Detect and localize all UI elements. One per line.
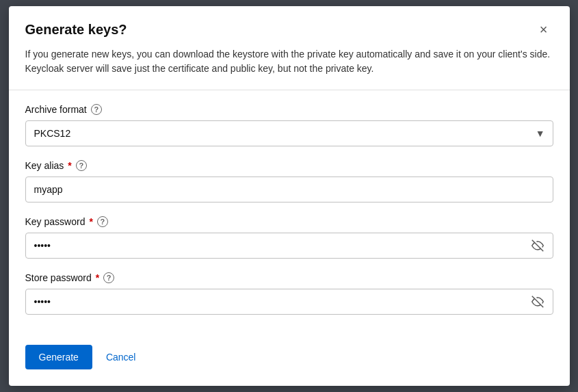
store-password-input-wrapper <box>25 289 553 315</box>
key-password-required: * <box>89 216 92 227</box>
modal-overlay: Generate keys? × If you generate new key… <box>0 0 578 392</box>
key-alias-required: * <box>68 160 71 171</box>
key-password-toggle-visibility[interactable] <box>529 237 547 254</box>
store-password-help-icon[interactable]: ? <box>103 272 114 283</box>
modal-body: Archive format ? PKCS12 JKS ▼ Key alias … <box>9 90 570 345</box>
archive-format-label: Archive format ? <box>25 104 553 115</box>
key-alias-field: Key alias * ? <box>25 160 553 202</box>
key-alias-label-text: Key alias <box>25 160 64 171</box>
archive-format-label-text: Archive format <box>25 104 87 115</box>
key-password-label: Key password * ? <box>25 216 553 227</box>
modal-title: Generate keys? <box>25 22 127 38</box>
archive-format-field: Archive format ? PKCS12 JKS ▼ <box>25 104 553 146</box>
key-alias-help-icon[interactable]: ? <box>76 160 87 171</box>
store-password-input[interactable] <box>25 289 553 315</box>
store-eye-slash-icon <box>531 296 544 308</box>
generate-button[interactable]: Generate <box>25 345 92 369</box>
archive-format-select-wrapper: PKCS12 JKS ▼ <box>25 120 553 146</box>
key-password-input-wrapper <box>25 233 553 259</box>
store-password-label-text: Store password <box>25 272 92 283</box>
archive-format-select[interactable]: PKCS12 JKS <box>25 120 553 146</box>
modal-description: If you generate new keys, you can downlo… <box>9 47 570 90</box>
archive-format-help-icon[interactable]: ? <box>91 104 102 115</box>
key-password-label-text: Key password <box>25 216 86 227</box>
store-password-field: Store password * ? <box>25 272 553 315</box>
close-button[interactable]: × <box>534 20 553 39</box>
modal-footer: Generate Cancel <box>9 345 570 386</box>
modal-header: Generate keys? × <box>9 6 570 47</box>
store-password-label: Store password * ? <box>25 272 553 283</box>
store-password-toggle-visibility[interactable] <box>529 293 547 311</box>
store-password-required: * <box>96 272 99 283</box>
key-password-input[interactable] <box>25 233 553 259</box>
key-alias-input[interactable] <box>25 177 553 202</box>
key-password-help-icon[interactable]: ? <box>97 216 108 227</box>
generate-keys-modal: Generate keys? × If you generate new key… <box>9 6 570 386</box>
key-alias-label: Key alias * ? <box>25 160 553 171</box>
eye-slash-icon <box>531 239 544 252</box>
cancel-button[interactable]: Cancel <box>103 345 139 369</box>
key-password-field: Key password * ? <box>25 216 553 259</box>
